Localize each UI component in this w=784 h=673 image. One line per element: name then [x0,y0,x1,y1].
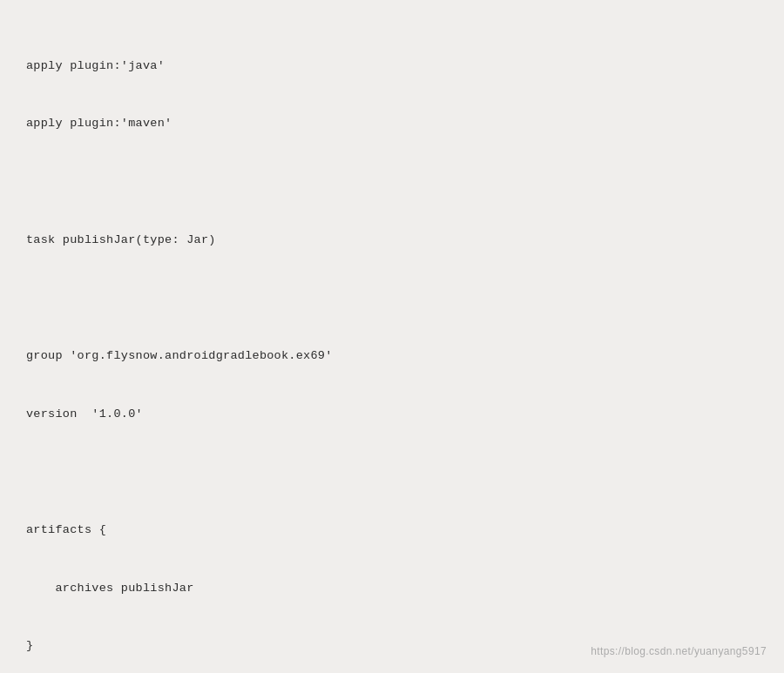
code-block: apply plugin:'java' apply plugin:'maven'… [0,0,784,673]
code-line-2: apply plugin:'maven' [26,114,758,133]
code-line-6: artifacts { [26,521,758,540]
empty-line [26,462,758,481]
watermark: https://blog.csdn.net/yuanyang5917 [591,645,767,657]
empty-line [26,288,758,307]
code-line-4: group 'org.flysnow.androidgradlebook.ex6… [26,347,758,366]
code-line-7: archives publishJar [26,579,758,598]
code-line-1: apply plugin:'java' [26,57,758,76]
empty-line [26,172,758,192]
code-line-3: task publishJar(type: Jar) [26,231,758,250]
code-line-5: version '1.0.0' [26,405,758,424]
